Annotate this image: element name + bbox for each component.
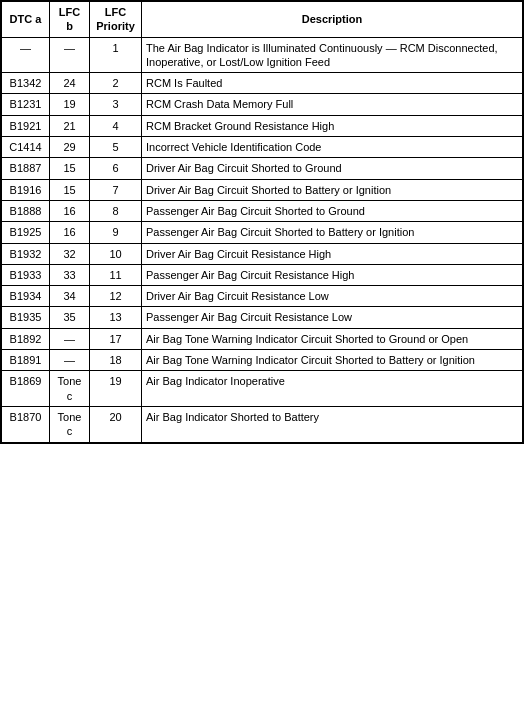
table-row: B1870Tone c20Air Bag Indicator Shorted t… <box>2 406 523 442</box>
cell-description: RCM Bracket Ground Resistance High <box>142 115 523 136</box>
cell-lfcb: Tone c <box>50 406 90 442</box>
table-row: C1414295Incorrect Vehicle Identification… <box>2 137 523 158</box>
cell-dtc: B1932 <box>2 243 50 264</box>
cell-dtc: B1916 <box>2 179 50 200</box>
cell-dtc: B1935 <box>2 307 50 328</box>
cell-description: Driver Air Bag Circuit Resistance Low <box>142 286 523 307</box>
cell-dtc: B1870 <box>2 406 50 442</box>
header-lfcb: LFC b <box>50 2 90 38</box>
cell-dtc: B1869 <box>2 371 50 407</box>
cell-description: RCM Crash Data Memory Full <box>142 94 523 115</box>
table-row: B1921214RCM Bracket Ground Resistance Hi… <box>2 115 523 136</box>
cell-lfcb: 35 <box>50 307 90 328</box>
cell-lfcb: — <box>50 350 90 371</box>
cell-lfcp: 3 <box>90 94 142 115</box>
cell-description: Air Bag Tone Warning Indicator Circuit S… <box>142 328 523 349</box>
table-row: ——1The Air Bag Indicator is Illuminated … <box>2 37 523 73</box>
table-row: B1231193RCM Crash Data Memory Full <box>2 94 523 115</box>
cell-lfcb: 32 <box>50 243 90 264</box>
cell-lfcp: 11 <box>90 264 142 285</box>
table-row: B1869Tone c19Air Bag Indicator Inoperati… <box>2 371 523 407</box>
cell-lfcp: 12 <box>90 286 142 307</box>
cell-description: Air Bag Indicator Inoperative <box>142 371 523 407</box>
cell-lfcp: 6 <box>90 158 142 179</box>
cell-lfcb: Tone c <box>50 371 90 407</box>
cell-lfcb: 19 <box>50 94 90 115</box>
cell-description: Driver Air Bag Circuit Shorted to Batter… <box>142 179 523 200</box>
cell-dtc: B1891 <box>2 350 50 371</box>
cell-dtc: B1888 <box>2 200 50 221</box>
cell-description: Air Bag Indicator Shorted to Battery <box>142 406 523 442</box>
table-header-row: DTC a LFC b LFC Priority Description <box>2 2 523 38</box>
cell-dtc: B1934 <box>2 286 50 307</box>
header-description: Description <box>142 2 523 38</box>
cell-dtc: B1925 <box>2 222 50 243</box>
cell-lfcb: 21 <box>50 115 90 136</box>
cell-dtc: B1933 <box>2 264 50 285</box>
cell-lfcb: 16 <box>50 222 90 243</box>
table-row: B1916157Driver Air Bag Circuit Shorted t… <box>2 179 523 200</box>
cell-description: Air Bag Tone Warning Indicator Circuit S… <box>142 350 523 371</box>
cell-dtc: C1414 <box>2 137 50 158</box>
cell-description: RCM Is Faulted <box>142 73 523 94</box>
table-row: B1342242RCM Is Faulted <box>2 73 523 94</box>
table-row: B1892—17Air Bag Tone Warning Indicator C… <box>2 328 523 349</box>
table-row: B1888168Passenger Air Bag Circuit Shorte… <box>2 200 523 221</box>
cell-description: Driver Air Bag Circuit Shorted to Ground <box>142 158 523 179</box>
table-row: B1891—18Air Bag Tone Warning Indicator C… <box>2 350 523 371</box>
cell-lfcp: 17 <box>90 328 142 349</box>
cell-lfcp: 2 <box>90 73 142 94</box>
table-row: B1925169Passenger Air Bag Circuit Shorte… <box>2 222 523 243</box>
cell-lfcp: 13 <box>90 307 142 328</box>
cell-dtc: B1921 <box>2 115 50 136</box>
table-row: B19333311Passenger Air Bag Circuit Resis… <box>2 264 523 285</box>
cell-lfcb: 33 <box>50 264 90 285</box>
cell-dtc: B1887 <box>2 158 50 179</box>
cell-lfcp: 9 <box>90 222 142 243</box>
table-body: ——1The Air Bag Indicator is Illuminated … <box>2 37 523 442</box>
cell-description: Incorrect Vehicle Identification Code <box>142 137 523 158</box>
cell-description: Passenger Air Bag Circuit Resistance Low <box>142 307 523 328</box>
cell-dtc: B1892 <box>2 328 50 349</box>
cell-dtc: — <box>2 37 50 73</box>
cell-lfcp: 18 <box>90 350 142 371</box>
table-row: B1887156Driver Air Bag Circuit Shorted t… <box>2 158 523 179</box>
header-dtc: DTC a <box>2 2 50 38</box>
header-lfcp: LFC Priority <box>90 2 142 38</box>
cell-lfcp: 10 <box>90 243 142 264</box>
cell-description: The Air Bag Indicator is Illuminated Con… <box>142 37 523 73</box>
dtc-table: DTC a LFC b LFC Priority Description ——1… <box>1 1 523 443</box>
cell-description: Passenger Air Bag Circuit Resistance Hig… <box>142 264 523 285</box>
cell-lfcp: 8 <box>90 200 142 221</box>
main-table-container: DTC a LFC b LFC Priority Description ——1… <box>0 0 524 444</box>
cell-lfcb: — <box>50 37 90 73</box>
cell-lfcb: 34 <box>50 286 90 307</box>
cell-lfcp: 1 <box>90 37 142 73</box>
cell-lfcb: 16 <box>50 200 90 221</box>
cell-dtc: B1231 <box>2 94 50 115</box>
cell-description: Driver Air Bag Circuit Resistance High <box>142 243 523 264</box>
cell-lfcb: 29 <box>50 137 90 158</box>
cell-lfcp: 5 <box>90 137 142 158</box>
table-row: B19353513Passenger Air Bag Circuit Resis… <box>2 307 523 328</box>
cell-lfcb: 15 <box>50 179 90 200</box>
cell-lfcp: 20 <box>90 406 142 442</box>
cell-lfcb: — <box>50 328 90 349</box>
cell-lfcb: 24 <box>50 73 90 94</box>
cell-dtc: B1342 <box>2 73 50 94</box>
cell-lfcp: 19 <box>90 371 142 407</box>
table-row: B19323210Driver Air Bag Circuit Resistan… <box>2 243 523 264</box>
cell-description: Passenger Air Bag Circuit Shorted to Bat… <box>142 222 523 243</box>
cell-description: Passenger Air Bag Circuit Shorted to Gro… <box>142 200 523 221</box>
cell-lfcp: 7 <box>90 179 142 200</box>
cell-lfcb: 15 <box>50 158 90 179</box>
table-row: B19343412Driver Air Bag Circuit Resistan… <box>2 286 523 307</box>
cell-lfcp: 4 <box>90 115 142 136</box>
